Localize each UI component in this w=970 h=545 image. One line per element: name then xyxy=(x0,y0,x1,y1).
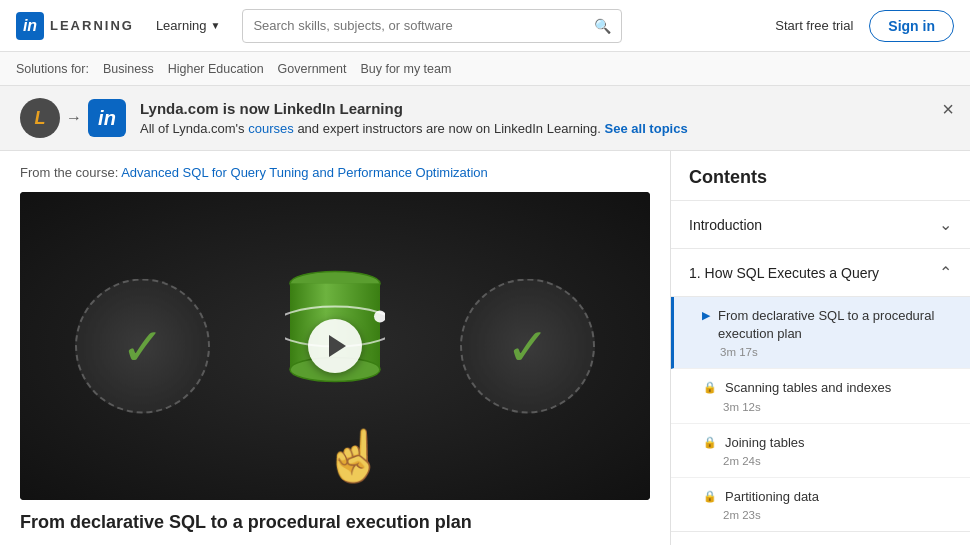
left-check-icon: ✓ xyxy=(121,316,165,376)
section-postgresql-tools[interactable]: 2. PostgreSQL Tools for Tuning ⌄ xyxy=(671,532,970,545)
list-item-duration: 2m 24s xyxy=(703,455,952,467)
learning-dropdown-button[interactable]: Learning ▼ xyxy=(146,12,231,39)
sign-in-button[interactable]: Sign in xyxy=(869,10,954,42)
banner-title: Lynda.com is now LinkedIn Learning xyxy=(140,100,688,117)
lock-icon: 🔒 xyxy=(703,381,717,394)
solutions-government[interactable]: Government xyxy=(278,62,347,76)
play-button[interactable] xyxy=(308,319,362,373)
list-item-title: Scanning tables and indexes xyxy=(725,379,891,397)
search-input[interactable] xyxy=(253,18,594,33)
list-item-duration: 3m 12s xyxy=(703,401,952,413)
right-circle: ✓ xyxy=(460,279,595,414)
banner-close-button[interactable]: × xyxy=(942,98,954,121)
lock-icon: 🔒 xyxy=(703,490,717,503)
solutions-bar: Solutions for: Business Higher Education… xyxy=(0,52,970,86)
list-item-title: From declarative SQL to a procedural exe… xyxy=(718,307,952,343)
list-item-duration: 2m 23s xyxy=(703,509,952,521)
video-player[interactable]: ✓ ✓ xyxy=(20,192,650,500)
course-link[interactable]: Advanced SQL for Query Tuning and Perfor… xyxy=(121,165,488,180)
list-item-duration: 3m 17s xyxy=(702,346,952,358)
banner-icons: L → in xyxy=(20,98,126,138)
solutions-higher-education[interactable]: Higher Education xyxy=(168,62,264,76)
solutions-business[interactable]: Business xyxy=(103,62,154,76)
list-item[interactable]: ▶ From declarative SQL to a procedural e… xyxy=(671,297,970,369)
hand-pointer: ☝ xyxy=(323,427,385,485)
list-item[interactable]: 🔒 Scanning tables and indexes 3m 12s xyxy=(671,369,970,423)
nav-right: Start free trial Sign in xyxy=(775,10,954,42)
contents-header: Contents xyxy=(671,151,970,201)
content-left: From the course: Advanced SQL for Query … xyxy=(0,151,670,545)
lock-icon: 🔒 xyxy=(703,436,717,449)
see-all-topics-link[interactable]: See all topics xyxy=(605,121,688,136)
banner-text: Lynda.com is now LinkedIn Learning All o… xyxy=(140,100,688,136)
video-background: ✓ ✓ xyxy=(20,192,650,500)
search-bar[interactable]: 🔍 xyxy=(242,9,622,43)
lynda-banner: L → in Lynda.com is now LinkedIn Learnin… xyxy=(0,86,970,151)
main-area: From the course: Advanced SQL for Query … xyxy=(0,151,970,545)
breadcrumb: From the course: Advanced SQL for Query … xyxy=(20,165,650,180)
linkedin-logo[interactable]: in xyxy=(16,12,44,40)
learning-brand: LEARNING xyxy=(50,18,134,33)
lynda-old-icon: L xyxy=(20,98,60,138)
chevron-down-icon: ▼ xyxy=(211,20,221,31)
right-check-icon: ✓ xyxy=(506,316,550,376)
solutions-label: Solutions for: xyxy=(16,62,89,76)
play-triangle-icon xyxy=(329,335,346,357)
list-item[interactable]: 🔒 Partitioning data 2m 23s xyxy=(671,478,970,532)
courses-link[interactable]: courses xyxy=(248,121,294,136)
start-free-trial-link[interactable]: Start free trial xyxy=(775,18,853,33)
arrow-right-icon: → xyxy=(66,109,82,127)
logo-area: in LEARNING xyxy=(16,12,134,40)
chevron-up-icon: ⌃ xyxy=(939,263,952,282)
section-introduction-label: Introduction xyxy=(689,217,762,233)
banner-description: All of Lynda.com's courses and expert in… xyxy=(140,121,688,136)
search-icon[interactable]: 🔍 xyxy=(594,18,611,34)
linkedin-square-icon: in xyxy=(88,99,126,137)
chevron-down-icon: ⌄ xyxy=(939,215,952,234)
top-nav: in LEARNING Learning ▼ 🔍 Start free tria… xyxy=(0,0,970,52)
play-icon: ▶ xyxy=(702,309,710,322)
sidebar: Contents Introduction ⌄ 1. How SQL Execu… xyxy=(670,151,970,545)
list-item-title: Partitioning data xyxy=(725,488,819,506)
list-item[interactable]: 🔒 Joining tables 2m 24s xyxy=(671,424,970,478)
section-how-sql[interactable]: 1. How SQL Executes a Query ⌃ xyxy=(671,249,970,297)
left-circle: ✓ xyxy=(75,279,210,414)
section-introduction[interactable]: Introduction ⌄ xyxy=(671,201,970,249)
list-item-title: Joining tables xyxy=(725,434,805,452)
section-how-sql-label: 1. How SQL Executes a Query xyxy=(689,265,879,281)
solutions-buy-for-team[interactable]: Buy for my team xyxy=(360,62,451,76)
video-title: From declarative SQL to a procedural exe… xyxy=(20,512,650,533)
